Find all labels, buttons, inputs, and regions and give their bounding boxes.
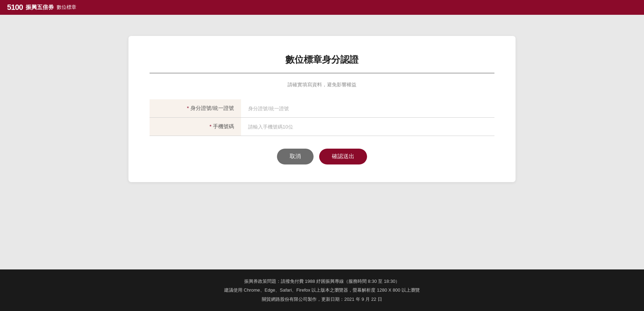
form-card: 數位標章身分認證 請確實填寫資料，避免影響權益 *身分證號/統一證號 *手機號碼…	[128, 36, 516, 182]
id-number-input[interactable]	[241, 100, 494, 117]
cancel-button[interactable]: 取消	[277, 149, 314, 164]
required-mark-id: *	[187, 105, 189, 111]
required-mark-phone: *	[209, 123, 211, 129]
id-number-label: *身分證號/統一證號	[150, 99, 241, 117]
site-footer: 振興券政策問題：請撥免付費 1988 紓困振興專線（服務時間 8:30 至 18…	[0, 269, 644, 311]
id-number-row: *身分證號/統一證號	[150, 99, 494, 118]
main-content: 數位標章身分認證 請確實填寫資料，避免影響權益 *身分證號/統一證號 *手機號碼…	[0, 15, 644, 269]
phone-number-input[interactable]	[241, 118, 494, 135]
footer-line3: 關貿網路股份有限公司製作，更新日期：2021 年 9 月 22 日	[0, 295, 644, 303]
button-row: 取消 確認送出	[150, 149, 494, 164]
phone-number-label: *手機號碼	[150, 118, 241, 136]
logo-numbers: 5100	[7, 3, 23, 12]
logo-subtitle: 數位標章	[57, 4, 76, 11]
submit-button[interactable]: 確認送出	[319, 149, 367, 164]
footer-line1: 振興券政策問題：請撥免付費 1988 紓困振興專線（服務時間 8:30 至 18…	[0, 277, 644, 285]
header-logo: 5100 振興五倍券 數位標章	[7, 3, 76, 12]
phone-number-row: *手機號碼	[150, 118, 494, 136]
form-subtitle: 請確實填寫資料，避免影響權益	[150, 82, 494, 88]
footer-line2: 建議使用 Chrome、Edge、Safari、Firefox 以上版本之瀏覽器…	[0, 286, 644, 294]
site-header: 5100 振興五倍券 數位標章	[0, 0, 644, 15]
form-title: 數位標章身分認證	[150, 54, 494, 73]
logo-brand: 振興五倍券	[26, 4, 54, 11]
